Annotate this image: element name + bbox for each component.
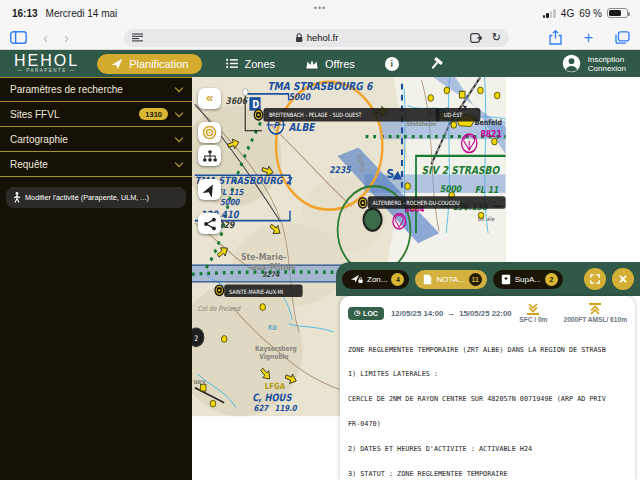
info-icon[interactable]: i xyxy=(385,57,399,71)
forward-button[interactable]: › xyxy=(64,30,69,45)
map-controls: « xyxy=(198,88,221,236)
sidebar-section-sites-ffvl[interactable]: Sites FFVL 1310 xyxy=(0,102,192,127)
chous-label: C, HOUS xyxy=(252,391,292,403)
battery-percent: 69 % xyxy=(579,8,602,19)
notam-card: ◷ LOC 12/05/25 14:00 → 15/05/25 22:00 SF… xyxy=(340,296,635,480)
d-box-label: D xyxy=(252,98,259,110)
altenberg-site-disc[interactable] xyxy=(364,209,382,231)
freq-119: 119.0 xyxy=(275,404,299,414)
sidebar-toggle-icon[interactable] xyxy=(10,31,27,44)
expand-panel-button[interactable] xyxy=(584,268,606,290)
notam-line: 1) LIMITES LATERALES : xyxy=(348,370,627,378)
collapse-sidebar-button[interactable]: « xyxy=(198,88,221,109)
clock-icon: ◷ xyxy=(354,309,360,317)
ceiling-limit-icon xyxy=(587,303,603,315)
modify-activity-button[interactable]: Modifier l'activité (Parapente, ULM, ...… xyxy=(6,187,186,208)
share-map-button[interactable] xyxy=(198,213,221,234)
orientation-button[interactable] xyxy=(198,179,221,200)
cluster-marker[interactable]: 2 xyxy=(192,328,204,346)
tab-notam-panel[interactable]: NOTA... 11 xyxy=(415,270,486,289)
clock: 16:13 xyxy=(12,8,38,19)
svg-text:BREITENBACH - PELAGE - SUD-OUE: BREITENBACH - PELAGE - SUD-OUEST xyxy=(269,112,362,119)
left-sidebar: Paramètres de recherche Sites FFVL 1310 … xyxy=(0,77,192,480)
hehol-logo[interactable]: HEHOL — PARAPENTE — xyxy=(14,54,79,73)
status-bar: 16:13 Mercredi 14 mai ••• 4G 69 % xyxy=(0,0,640,26)
person-walking-icon xyxy=(13,192,21,203)
tma2-fl: FL 115 xyxy=(217,187,244,197)
tab-zones-panel[interactable]: Zon... 4 xyxy=(342,270,409,289)
reload-button[interactable]: ↻ xyxy=(492,31,501,44)
tooltip-altenberg[interactable]: ALTENBERG - ROCHER-DU-COUCOU xyxy=(368,196,506,209)
tab-supaip-panel[interactable]: SupA... 2 xyxy=(493,270,563,289)
sidebar-section-parametres[interactable]: Paramètres de recherche xyxy=(0,77,192,102)
site-marker-altenberg[interactable] xyxy=(358,197,368,209)
elev-3606: 3606 xyxy=(226,95,248,106)
col-freland-label: Col de Freland xyxy=(198,305,241,314)
book-icon xyxy=(501,274,511,285)
notam-body: ZONE REGLEMENTEE TEMPORAIRE (ZRT ALBE) D… xyxy=(348,329,627,480)
sitemap-icon xyxy=(202,149,218,163)
close-panel-button[interactable]: × xyxy=(612,268,634,290)
tooltip-breitenbach[interactable]: BREITENBACH - PELAGE - SUD-OUEST xyxy=(263,108,439,121)
account-connexion: Connexion xyxy=(588,64,626,73)
reader-icon[interactable] xyxy=(132,33,143,42)
target-icon xyxy=(202,125,217,140)
lock-icon xyxy=(295,33,303,43)
svg-text:2: 2 xyxy=(194,334,198,343)
expand-icon xyxy=(589,273,601,285)
site-marker-breitenbach[interactable] xyxy=(254,109,264,121)
elev-627: 627 xyxy=(254,404,270,414)
tooltip-sud-est[interactable]: UD-EST xyxy=(436,108,481,121)
sidebar-section-cartographie[interactable]: Cartographie xyxy=(0,127,192,152)
tooltip-sainte-marie[interactable]: SAINTE-MARIE-AUX-MI xyxy=(224,284,302,297)
tab-planification[interactable]: Planification xyxy=(97,54,202,74)
tabs-icon[interactable] xyxy=(615,31,630,44)
document-icon xyxy=(423,274,432,285)
page-settings-icon[interactable] xyxy=(470,33,482,43)
sidebar-section-requete[interactable]: Requête xyxy=(0,152,192,177)
back-button[interactable]: ‹ xyxy=(43,30,48,45)
address-bar[interactable]: hehol.fr ↻ xyxy=(124,29,509,47)
account-button[interactable]: Inscription Connexion xyxy=(562,54,626,73)
tma2-alt: 5000 xyxy=(220,198,241,208)
new-tab-button[interactable]: + xyxy=(584,30,593,46)
notam-date-from: 12/05/25 14:00 xyxy=(391,309,443,318)
tab-zones[interactable]: Zones xyxy=(226,58,275,70)
layers-button[interactable] xyxy=(198,145,221,166)
kaysersberg-2: Vignoble xyxy=(259,353,289,362)
chevron-down-icon xyxy=(175,108,183,116)
notam-line: FR-0470) xyxy=(348,420,627,428)
albe-label: ALBE xyxy=(289,121,316,133)
multitask-handle: ••• xyxy=(314,3,326,13)
share-icon[interactable] xyxy=(549,30,562,45)
locate-target-button[interactable] xyxy=(198,122,221,143)
app-navbar: HEHOL — PARAPENTE — Planification Zones … xyxy=(0,50,640,77)
siv-alt: 5000 xyxy=(440,183,462,194)
floor-limit-icon xyxy=(525,303,541,315)
floor-limit: SFC / 0m xyxy=(519,316,547,323)
s-point: S xyxy=(387,166,395,181)
cellular-signal-icon xyxy=(543,9,556,18)
notam-line: 2) DATES ET HEURES D'ACTIVITE : ACTIVABL… xyxy=(348,445,627,453)
notam-line: 3) STATUT : ZONE REGLEMENTEE TEMPORAIRE xyxy=(348,470,627,478)
zones-badge: 4 xyxy=(391,273,404,286)
site-marker-sainte-marie[interactable] xyxy=(214,284,224,296)
tools-icon[interactable] xyxy=(429,57,443,71)
supaip-badge: 2 xyxy=(545,273,558,286)
us-ele-label: Us. éle xyxy=(478,215,495,222)
dz-8821: 8821 xyxy=(480,128,502,139)
share-nodes-icon xyxy=(203,217,217,231)
double-chevron-left-icon: « xyxy=(206,91,213,104)
account-inscription: Inscription xyxy=(588,55,626,64)
notam-line: CERCLE DE 2NM DE RAYON CENTRE SUR 482057… xyxy=(348,395,627,403)
notam-badge: 11 xyxy=(469,273,482,286)
zones-notam-panel: Zon... 4 NOTA... 11 SupA... 2 xyxy=(336,262,640,480)
browser-toolbar: ‹ › hehol.fr ↻ + xyxy=(0,26,640,50)
battery-icon xyxy=(607,8,628,18)
siv-fl: FL 11 xyxy=(475,184,499,195)
siv-label: SIV 2 STRASBO xyxy=(422,165,501,177)
elev-2235: 2235 xyxy=(329,164,351,175)
list-icon xyxy=(226,58,238,69)
kaysersberg-1: Kaysersberg xyxy=(255,344,297,353)
tab-offres[interactable]: Offres xyxy=(305,58,355,70)
